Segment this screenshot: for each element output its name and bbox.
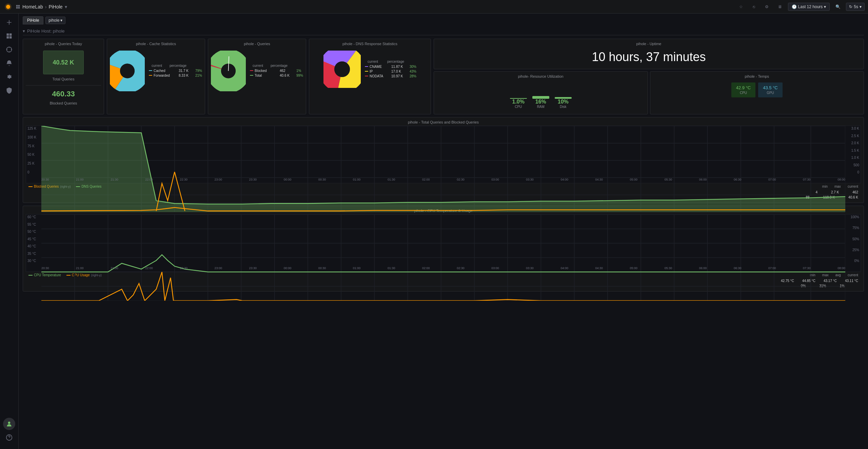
sidebar-item-dashboard[interactable] [3, 30, 15, 42]
queries-chart-panel: pihole - Total Queries and Blocked Queri… [23, 117, 864, 203]
gpu-temp-label: GPU [763, 91, 778, 95]
svg-rect-6 [7, 34, 9, 36]
cpu-chart-svg [41, 214, 845, 301]
queries-chart-title: pihole - Total Queries and Blocked Queri… [26, 120, 861, 124]
dns-cname-item: CNAME 11.87 K 30% [365, 65, 416, 69]
cpu-y-axis-left: 60 °C55 °C50 °C45 °C40 °C35 °C30 °C [26, 214, 41, 263]
topbar-actions: ☆ ⎋ ⚙ 🖥 🕐 Last 12 hours ▾ 🔍 ↻ 5s ▾ [736, 2, 865, 12]
collapse-icon[interactable]: ▾ [23, 29, 25, 34]
blocked-queries-value: 460.33 [52, 90, 75, 98]
sidebar-item-configuration[interactable] [3, 71, 15, 83]
queries-title: pihole - Queries [211, 42, 303, 46]
settings-icon[interactable]: ⚙ [762, 2, 772, 12]
cpu-gauge: 1.0% CPU [510, 82, 527, 109]
share-icon[interactable]: ⎋ [749, 2, 759, 12]
svg-rect-7 [9, 34, 12, 36]
section-label: PiHole Host: pihole [27, 29, 65, 34]
svg-rect-9 [9, 36, 12, 39]
disk-value: 10% [555, 99, 572, 105]
y-axis-left: 125 K100 K75 K50 K25 K0 [26, 126, 41, 175]
dashboard-dropdown-icon[interactable]: ▾ [65, 4, 67, 10]
cpu-temp-value: 42.9 °C [736, 85, 751, 90]
monitor-icon[interactable]: 🖥 [775, 2, 785, 12]
blocked-queries-label: Blocked Queries [50, 101, 77, 105]
cache-pie-chart [110, 51, 145, 91]
svg-rect-2 [16, 5, 18, 6]
star-icon[interactable]: ☆ [736, 2, 746, 12]
tab-pihole[interactable]: PiHole [23, 16, 43, 24]
cache-stats-panel: pihole - Cache Statistics current percen… [107, 39, 205, 114]
refresh-dropdown-icon: ▾ [860, 4, 862, 9]
svg-rect-3 [18, 5, 20, 6]
queries-pie-chart [211, 51, 246, 91]
section-header: ▾ PiHole Host: pihole [23, 27, 864, 35]
queries-blocked-item: Blocked 462 1% [250, 69, 303, 73]
svg-rect-5 [18, 7, 20, 8]
cache-cached-item: Cached 31.7 K 79% [149, 69, 202, 73]
refresh-icon: ↻ [849, 4, 852, 9]
cache-stats-title: pihole - Cache Statistics [110, 42, 202, 46]
breadcrumb-apps[interactable] [16, 4, 20, 9]
sidebar-item-add[interactable] [3, 16, 15, 29]
dns-response-panel: pihole - DNS Response Statistics current… [309, 39, 431, 114]
breadcrumb-pihole[interactable]: PiHole [48, 4, 62, 10]
total-queries-value: 40.52 K [53, 59, 74, 66]
col-current-label: current [152, 64, 167, 68]
cache-forwarded-item: Forwarded 8.33 K 21% [149, 74, 202, 77]
cpu-temp-label: CPU [736, 91, 751, 95]
disk-gauge: 10% Disk [555, 82, 572, 109]
queries-total-item: Total 40.6 K 99% [250, 74, 303, 77]
main-content: PiHole pihole ▾ ▾ PiHole Host: pihole pi… [19, 14, 868, 449]
sidebar-item-explore[interactable] [3, 43, 15, 56]
svg-point-11 [8, 422, 11, 424]
grafana-logo [3, 2, 13, 12]
breadcrumb: HomeLab › PiHole ▾ [16, 4, 67, 10]
zoom-out-icon[interactable]: 🔍 [833, 2, 843, 12]
total-queries-bar: 40.52 K [43, 51, 84, 74]
sidebar-item-alerting[interactable] [3, 57, 15, 69]
x-axis-labels-chart1: 20:3021:0021:3022:0022:3023:0023:3000:00… [41, 176, 845, 183]
temps-title: pihole - Temps [653, 74, 861, 78]
cpu-value: 1.0% [510, 99, 527, 105]
clock-icon: 🕐 [792, 4, 797, 9]
ram-gauge: 16% RAM [532, 82, 549, 109]
x-axis-labels-chart2: 20:3021:0021:3022:0022:3023:0023:3000:00… [41, 265, 845, 272]
ram-label: RAM [532, 105, 549, 109]
cpu-label: CPU [510, 105, 527, 109]
svg-rect-8 [7, 36, 9, 39]
sidebar-item-user[interactable] [3, 418, 15, 430]
cpu-chart-panel: pihole - CPU Temperature & Usage 60 °C55… [23, 206, 864, 292]
uptime-value: 10 hours, 37 minutes [437, 50, 861, 64]
cache-legend: current percentage Cached 31.7 K 79% For… [149, 64, 202, 78]
tab-bar: PiHole pihole ▾ [23, 16, 864, 24]
queries-panel: pihole - Queries currentpercentage [208, 39, 306, 114]
gpu-temp-value: 43.5 °C [763, 85, 778, 90]
svg-point-23 [334, 61, 350, 77]
temps-panel: pihole - Temps 42.9 °C CPU 43.5 °C GPU [650, 71, 864, 114]
breadcrumb-homelab[interactable]: HomeLab [22, 4, 43, 10]
sidebar-item-help[interactable] [3, 431, 15, 444]
time-range-label: Last 12 hours [798, 4, 823, 9]
refresh-interval: 5s [854, 4, 858, 9]
tab-dropdown-label: pihole [48, 18, 59, 23]
queries-chart-area: 125 K100 K75 K50 K25 K0 3.0 K2.5 K2.0 K1… [26, 126, 861, 183]
chevron-down-icon: ▾ [824, 4, 826, 9]
svg-point-1 [6, 5, 10, 9]
time-range-selector[interactable]: 🕐 Last 12 hours ▾ [788, 3, 830, 11]
pihole-tab-dropdown[interactable]: pihole ▾ [45, 17, 65, 24]
cpu-temp-display: 42.9 °C CPU [731, 82, 756, 97]
tab-dropdown-icon: ▾ [60, 18, 62, 23]
refresh-button[interactable]: ↻ 5s ▾ [846, 3, 865, 11]
svg-rect-4 [16, 7, 18, 8]
queries-legend: currentpercentage Blocked 462 1% Total 4… [250, 64, 303, 78]
ram-value: 16% [532, 99, 549, 105]
dns-nodata-item: NODATA 10.97 K 28% [365, 74, 416, 78]
cpu-chart-area: 60 °C55 °C50 °C45 °C40 °C35 °C30 °C 100%… [26, 214, 861, 272]
dns-ip-item: IP 17.0 K 43% [365, 70, 416, 73]
dns-response-pie-chart [323, 51, 361, 88]
sidebar-item-shield[interactable] [3, 84, 15, 96]
uptime-title: pihole - Uptime [437, 42, 861, 46]
resource-panel: pihole- Resource Utilization 1.0% CPU [434, 71, 648, 114]
uptime-panel: pihole - Uptime 10 hours, 37 minutes [434, 39, 864, 69]
queries-chart-svg [41, 126, 845, 212]
